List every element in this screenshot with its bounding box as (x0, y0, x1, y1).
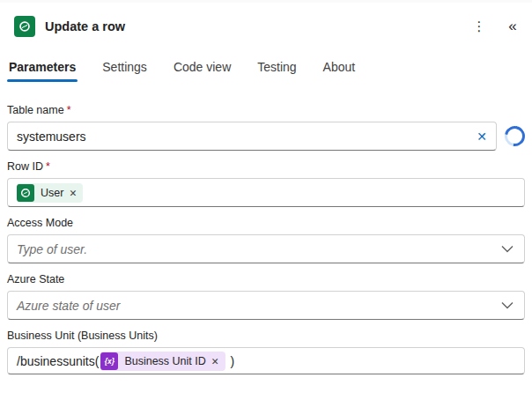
table-name-label: Table name* (7, 104, 525, 116)
collapse-panel-icon[interactable]: « (502, 16, 523, 37)
tab-about[interactable]: About (321, 55, 358, 85)
token-label: User (34, 187, 68, 199)
tab-label: Code view (174, 60, 231, 74)
remove-token-icon[interactable]: ✕ (68, 188, 83, 198)
expression-token-business-unit-id[interactable]: {x} Business Unit ID ✕ (100, 352, 225, 371)
dataverse-icon (14, 16, 35, 37)
dynamic-content-token-user[interactable]: User ✕ (17, 183, 83, 203)
dropdown-placeholder: Type of user. (17, 242, 501, 256)
tab-code-view[interactable]: Code view (172, 55, 233, 85)
dataverse-icon (17, 184, 34, 202)
tab-testing[interactable]: Testing (255, 55, 298, 85)
field-table-name: Table name* ✕ (7, 104, 525, 151)
label-text: Business Unit (Business Units) (7, 330, 158, 342)
access-mode-dropdown[interactable]: Type of user. (7, 234, 525, 263)
row-id-label: Row ID* (7, 160, 525, 173)
expression-prefix: /businessunits( (17, 354, 99, 368)
field-row-id: Row ID* User ✕ (7, 160, 525, 207)
required-asterisk: * (46, 160, 50, 173)
parameters-form: Table name* ✕ Row ID* (0, 104, 532, 374)
dataverse-logo-glyph (19, 187, 32, 199)
fx-expression-icon: {x} (100, 352, 118, 370)
remove-token-icon[interactable]: ✕ (211, 356, 225, 367)
tab-bar: Parameters Settings Code view Testing Ab… (7, 55, 532, 85)
dataverse-logo-glyph (18, 19, 32, 33)
fx-glyph-text: {x} (105, 357, 115, 366)
action-title: Update a row (45, 19, 469, 33)
business-unit-input[interactable]: /businessunits( {x} Business Unit ID ✕ ) (7, 347, 525, 374)
tab-label: About (323, 60, 356, 74)
label-text: Azure State (7, 273, 64, 285)
expression-suffix: ) (231, 354, 235, 368)
suffix-text: ) (231, 354, 235, 368)
azure-state-dropdown[interactable]: Azure state of user (7, 291, 525, 320)
tab-label: Settings (102, 60, 147, 74)
active-tab-underline (7, 79, 78, 82)
label-text: Row ID (7, 160, 43, 173)
business-unit-label: Business Unit (Business Units) (7, 330, 525, 342)
action-header: Update a row ⋮ « (0, 3, 532, 37)
clear-table-name-icon[interactable]: ✕ (469, 130, 487, 144)
chevron-down-icon (501, 245, 514, 253)
table-name-combobox[interactable]: ✕ (7, 122, 497, 151)
field-azure-state: Azure State Azure state of user (7, 273, 525, 320)
field-business-unit: Business Unit (Business Units) /business… (7, 330, 525, 374)
tab-label: Parameters (9, 60, 76, 74)
field-access-mode: Access Mode Type of user. (7, 217, 525, 263)
table-name-input[interactable] (17, 130, 469, 144)
more-menu-icon[interactable]: ⋮ (469, 16, 490, 37)
tab-settings[interactable]: Settings (100, 55, 149, 85)
required-asterisk: * (67, 104, 71, 116)
chevron-down-icon (501, 301, 514, 309)
label-text: Access Mode (7, 217, 73, 229)
row-id-input[interactable]: User ✕ (7, 178, 525, 207)
access-mode-label: Access Mode (7, 217, 525, 229)
loading-spinner-icon (500, 122, 528, 150)
token-label: Business Unit ID (118, 355, 210, 367)
azure-state-label: Azure State (7, 273, 525, 285)
label-text: Table name (7, 104, 64, 116)
tab-label: Testing (257, 60, 296, 74)
dropdown-placeholder: Azure state of user (17, 299, 501, 313)
tab-parameters[interactable]: Parameters (7, 55, 78, 85)
